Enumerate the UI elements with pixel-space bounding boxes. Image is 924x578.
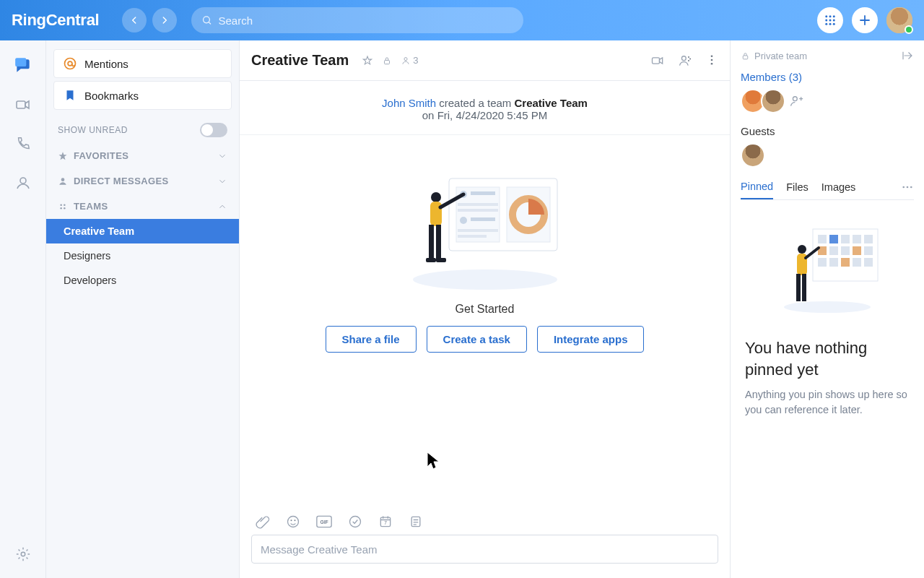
star-outline-icon [362,55,373,66]
message-input-wrapper[interactable] [251,535,718,564]
event-button[interactable]: 7 [378,514,393,529]
member-count[interactable]: 3 [401,55,418,66]
svg-point-7 [825,23,827,25]
svg-point-52 [295,519,296,521]
section-favorites[interactable]: FAVORITES [46,143,239,168]
section-direct-messages[interactable]: DIRECT MESSAGES [46,168,239,194]
integrate-apps-button[interactable]: Integrate apps [537,326,645,353]
svg-rect-67 [829,235,838,243]
nav-back-button[interactable] [122,8,147,33]
svg-rect-11 [17,101,25,108]
favorite-star-button[interactable] [362,55,373,66]
chevron-down-icon [217,151,227,161]
rail-messages[interactable] [14,56,32,75]
right-panel: Private team Members (3) Guests Pinned F… [731,40,924,578]
get-started-block: Get Started Share a file Create a task I… [240,135,730,360]
collapse-panel-button[interactable] [901,49,914,62]
emoji-button[interactable] [286,514,300,529]
dots-icon [901,181,914,194]
privacy-icon [382,56,392,66]
gear-icon [15,546,31,562]
tab-files[interactable]: Files [786,176,808,199]
sysmsg-actor[interactable]: John Smith [382,97,436,109]
dialpad-button[interactable] [817,7,843,33]
rail-phone[interactable] [14,134,32,153]
gif-icon: GIF [316,514,332,529]
sysmsg-timestamp: on Fri, 4/24/2020 5:45 PM [240,109,730,121]
profile-avatar[interactable] [886,7,912,33]
new-button[interactable] [852,7,878,33]
message-input[interactable] [261,543,709,556]
kebab-icon [705,53,718,66]
team-item-designers[interactable]: Designers [46,243,239,268]
add-member-button[interactable] [678,53,692,68]
svg-rect-84 [802,274,806,301]
svg-point-20 [64,207,66,210]
search-field[interactable] [191,7,523,33]
svg-point-62 [907,186,909,189]
task-button[interactable] [348,514,362,529]
svg-point-19 [60,207,62,210]
guest-avatar[interactable] [741,143,765,168]
svg-point-63 [910,186,912,189]
search-input[interactable] [219,14,514,27]
sidebar: Mentions Bookmarks SHOW UNREAD FAVORITES… [46,40,240,578]
create-task-button[interactable]: Create a task [427,326,527,353]
svg-point-60 [793,97,797,101]
svg-point-26 [689,58,691,59]
show-unread-toggle[interactable] [200,123,227,137]
sidebar-mentions[interactable]: Mentions [53,49,232,78]
rail-contacts[interactable] [14,173,32,192]
section-teams[interactable]: TEAMS [46,194,239,219]
share-file-button[interactable]: Share a file [326,326,417,353]
gif-button[interactable]: GIF [316,514,332,529]
svg-rect-66 [818,235,827,243]
svg-rect-40 [458,229,498,232]
svg-rect-69 [853,235,861,243]
tab-images[interactable]: Images [821,176,856,199]
svg-rect-10 [15,58,26,66]
svg-point-17 [60,204,62,206]
system-message: John Smith created a team Creative Team … [240,81,730,135]
sidebar-bookmarks[interactable]: Bookmarks [53,81,232,110]
privacy-label: Private team [754,51,807,61]
member-avatar[interactable] [761,89,785,113]
tabs-more-button[interactable] [901,181,914,194]
start-video-button[interactable] [650,53,665,68]
rail-video[interactable] [14,95,32,114]
svg-point-15 [68,61,72,66]
svg-rect-75 [864,246,873,255]
team-item-creative[interactable]: Creative Team [46,219,239,243]
chevron-up-icon [217,202,227,212]
topbar: RingCentral [0,0,924,40]
lock-icon [741,51,750,61]
nav-forward-button[interactable] [152,8,177,33]
svg-rect-35 [471,191,495,195]
svg-text:GIF: GIF [320,519,328,525]
paperclip-icon [256,514,270,529]
svg-point-27 [688,60,689,61]
attach-button[interactable] [256,514,270,529]
tab-pinned[interactable]: Pinned [741,175,773,199]
rail-settings[interactable] [14,545,32,564]
person-add-icon [678,53,692,68]
video-icon [14,96,32,113]
add-member-button[interactable] [788,93,804,109]
svg-rect-70 [864,235,873,243]
more-options-button[interactable] [705,53,718,68]
team-item-developers[interactable]: Developers [46,268,239,293]
svg-point-3 [833,15,835,17]
note-button[interactable] [409,514,423,529]
svg-point-8 [829,23,832,25]
empty-pinned-body: Anything you pin shows up here so you ca… [745,387,910,418]
conversation-column: Creative Team 3 John Smith created a tea… [240,40,731,578]
brand-logo: RingCentral [12,11,99,30]
search-icon [201,14,212,26]
phone-icon [15,136,31,152]
composer: GIF 7 [240,507,730,578]
members-link[interactable]: Members (3) [741,71,914,83]
svg-rect-80 [864,258,873,267]
get-started-title: Get Started [456,303,515,316]
svg-point-5 [829,20,832,22]
svg-point-18 [64,204,66,206]
